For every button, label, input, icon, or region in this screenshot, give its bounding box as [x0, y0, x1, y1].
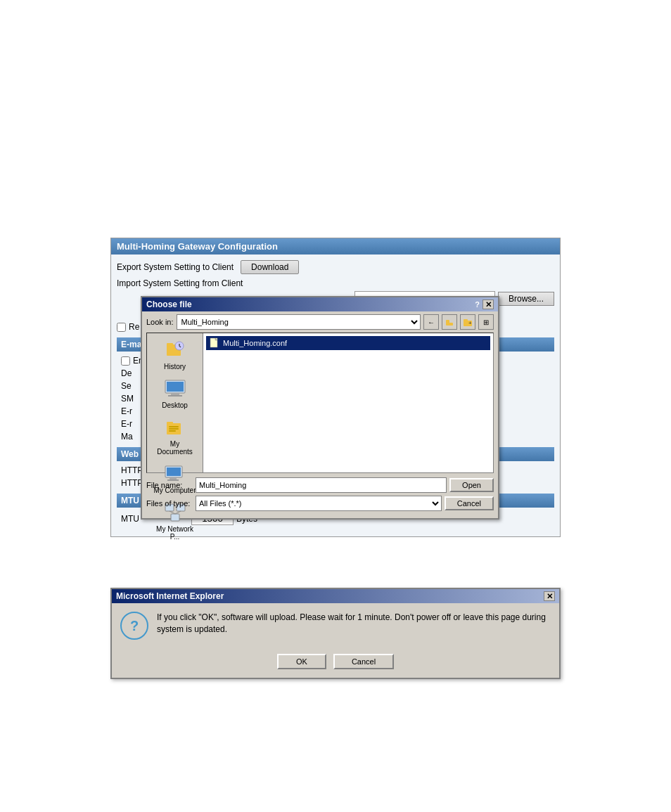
filename-label: File name:	[146, 481, 196, 489]
lookin-select[interactable]: Multi_Homing	[177, 314, 421, 330]
choose-file-title: Choose file	[146, 299, 192, 309]
browse-button[interactable]: Browse...	[498, 292, 554, 306]
restore-checkbox[interactable]	[117, 323, 126, 332]
sidebar-my-computer[interactable]: My Computer	[150, 460, 200, 497]
sidebar-panel: History Desktop My Do	[147, 333, 203, 472]
ie-body: ? If you click "OK", software will uploa…	[112, 603, 559, 648]
sidebar-desktop[interactable]: Desktop	[150, 375, 200, 412]
download-button[interactable]: Download	[241, 260, 299, 274]
ie-close-button[interactable]: ✕	[544, 591, 555, 601]
dialog-content: History Desktop My Do	[146, 333, 494, 473]
back-button[interactable]: ←	[423, 314, 439, 330]
svg-line-24	[170, 511, 175, 514]
history-icon	[164, 339, 186, 361]
svg-rect-13	[167, 422, 173, 425]
svg-rect-10	[171, 393, 179, 395]
svg-rect-9	[167, 382, 184, 392]
ie-message: If you click "OK", software will upload.…	[157, 612, 551, 636]
svg-rect-18	[167, 468, 181, 476]
filetype-label: Files of type:	[146, 499, 196, 508]
svg-text:+: +	[468, 320, 472, 326]
choose-file-dialog: Choose file ? ✕ Look in: Multi_Homing ← …	[141, 296, 499, 520]
my-documents-icon	[164, 416, 186, 439]
network-label: My Network P...	[153, 525, 198, 541]
svg-rect-3	[464, 319, 468, 322]
ie-ok-button[interactable]: OK	[277, 654, 326, 669]
history-label: History	[164, 363, 186, 370]
choose-file-titlebar: Choose file ? ✕	[142, 297, 498, 311]
my-documents-label: My Documents	[153, 440, 198, 456]
view-button[interactable]: ⊞	[478, 314, 494, 330]
svg-rect-1	[446, 320, 449, 323]
config-title: Multi-Homing Gateway Configuration	[111, 238, 560, 254]
email-enable-checkbox[interactable]	[121, 356, 130, 366]
new-folder-button[interactable]: +	[460, 314, 475, 330]
lookin-label: Look in:	[146, 318, 174, 326]
restore-label: Re	[129, 322, 139, 332]
ie-titlebar: Microsoft Internet Explorer ✕	[112, 589, 559, 603]
dialog-toolbar: Look in: Multi_Homing ← + ⊞	[142, 311, 498, 333]
svg-rect-16	[169, 430, 176, 432]
desktop-icon	[164, 378, 186, 400]
export-label: Export System Setting to Client	[117, 262, 234, 272]
ie-question-icon: ?	[120, 612, 148, 640]
ie-cancel-button[interactable]: Cancel	[333, 654, 394, 669]
import-label: Import System Setting from Client	[117, 278, 243, 288]
dialog-help-icon[interactable]: ?	[475, 300, 480, 309]
ie-title: Microsoft Internet Explorer	[116, 591, 224, 601]
filename-input[interactable]	[196, 477, 447, 493]
sidebar-history[interactable]: History	[150, 336, 200, 373]
file-cancel-button[interactable]: Cancel	[445, 496, 494, 510]
svg-rect-6	[167, 343, 173, 346]
file-icon	[209, 337, 220, 349]
filetype-select[interactable]: All Files (*.*)	[196, 496, 442, 511]
svg-rect-14	[169, 426, 179, 427]
svg-rect-19	[170, 477, 177, 479]
svg-rect-23	[171, 514, 179, 521]
sidebar-my-documents[interactable]: My Documents	[150, 413, 200, 458]
conf-filename: Multi_Homing.conf	[223, 339, 287, 347]
ie-dialog: Microsoft Internet Explorer ✕ ? If you c…	[110, 588, 561, 679]
desktop-label: Desktop	[162, 401, 188, 409]
file-list: Multi_Homing.conf	[203, 333, 493, 472]
svg-line-25	[175, 511, 181, 514]
svg-rect-11	[168, 395, 182, 397]
ie-buttons: OK Cancel	[112, 648, 559, 678]
open-button[interactable]: Open	[449, 478, 494, 492]
up-button[interactable]	[442, 314, 457, 330]
file-item-conf[interactable]: Multi_Homing.conf	[206, 336, 490, 350]
dialog-close-button[interactable]: ✕	[483, 299, 494, 309]
svg-rect-15	[169, 428, 179, 430]
